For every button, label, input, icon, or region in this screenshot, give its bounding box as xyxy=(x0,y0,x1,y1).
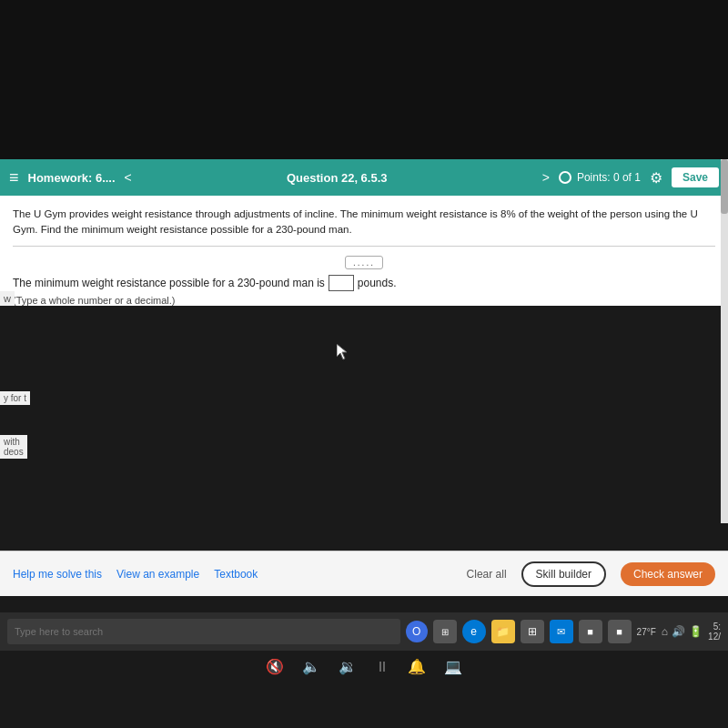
bottom-icon-6: 💻 xyxy=(444,658,462,675)
points-display: Points: 0 of 1 xyxy=(559,171,641,184)
side-label-w: w xyxy=(0,291,15,306)
mail-icon[interactable]: ✉ xyxy=(550,620,573,643)
battery-icon[interactable]: 🔋 xyxy=(689,625,703,638)
scrollbar[interactable] xyxy=(721,159,728,523)
points-text: Points: 0 of 1 xyxy=(577,171,641,184)
bottom-black-area: 🔇 🔈 🔉 ⏸ 🔔 💻 xyxy=(0,651,728,728)
side-label-with: withdeos xyxy=(0,435,27,459)
edge-icon[interactable]: e xyxy=(462,620,486,643)
nav-next-button[interactable]: > xyxy=(542,170,550,185)
header-bar: ≡ Homework: 6.... < Question 22, 6.5.3 >… xyxy=(0,159,728,196)
dots-indicator: ..... xyxy=(345,256,383,269)
textbook-button[interactable]: Textbook xyxy=(214,568,258,581)
skill-builder-button[interactable]: Skill builder xyxy=(521,561,606,587)
question-label: Question 22, 6.5.3 xyxy=(141,171,533,185)
bottom-icon-1: 🔇 xyxy=(266,658,284,675)
app-icon-7[interactable]: ■ xyxy=(608,620,632,643)
points-circle-icon xyxy=(559,171,571,184)
problem-text: The U Gym provides weight resistance thr… xyxy=(13,207,715,247)
view-example-button[interactable]: View an example xyxy=(116,568,199,581)
app-icon-6[interactable]: ■ xyxy=(579,620,602,643)
help-me-solve-button[interactable]: Help me solve this xyxy=(13,568,102,581)
menu-icon[interactable]: ≡ xyxy=(9,168,19,187)
taskbar-search-input[interactable] xyxy=(7,619,400,644)
dots-row: ..... xyxy=(13,256,715,269)
homework-label: Homework: 6.... xyxy=(28,171,116,185)
settings-icon[interactable]: ⚙ xyxy=(650,169,662,187)
answer-suffix-text: pounds. xyxy=(358,277,397,289)
bottom-icons-row: 🔇 🔈 🔉 ⏸ 🔔 💻 xyxy=(266,658,462,675)
nav-prev-button[interactable]: < xyxy=(125,170,132,185)
bottom-icon-2: 🔈 xyxy=(302,658,320,675)
answer-input[interactable] xyxy=(329,275,354,291)
cursor xyxy=(337,344,348,360)
bottom-toolbar: Help me solve this View an example Textb… xyxy=(0,551,728,596)
answer-hint-text: (Type a whole number or a decimal.) xyxy=(13,295,715,306)
task-view-icon[interactable]: ⊞ xyxy=(433,620,457,643)
bottom-icon-4: ⏸ xyxy=(375,659,389,675)
bottom-icon-3: 🔉 xyxy=(339,658,357,675)
systray-area: ⌂ 🔊 🔋 xyxy=(662,625,703,638)
svg-marker-0 xyxy=(337,344,347,359)
answer-row: The minimum weight resistance possible f… xyxy=(13,275,715,291)
network-icon[interactable]: ⌂ xyxy=(662,625,668,638)
main-content-area: The U Gym provides weight resistance thr… xyxy=(0,196,728,306)
cortana-icon[interactable]: O xyxy=(406,621,428,642)
top-black-area xyxy=(0,0,728,159)
side-label-fort: y for t xyxy=(0,391,30,405)
scrollbar-thumb[interactable] xyxy=(721,159,728,214)
taskbar-right-area: 27°F ⌂ 🔊 🔋 5:12/ xyxy=(637,622,721,642)
start-icon[interactable]: ⊞ xyxy=(521,620,544,643)
save-button[interactable]: Save xyxy=(672,167,719,187)
answer-prefix-text: The minimum weight resistance possible f… xyxy=(13,277,325,289)
bottom-icon-5: 🔔 xyxy=(408,658,426,675)
file-explorer-icon[interactable]: 📁 xyxy=(491,620,515,643)
clock-display[interactable]: 5:12/ xyxy=(708,622,721,642)
clear-all-button[interactable]: Clear all xyxy=(467,568,507,581)
check-answer-button[interactable]: Check answer xyxy=(621,562,715,586)
taskbar: O ⊞ e 📁 ⊞ ✉ ■ ■ 27°F ⌂ 🔊 🔋 5:12/ xyxy=(0,612,728,651)
weather-display: 27°F xyxy=(637,627,656,637)
volume-icon[interactable]: 🔊 xyxy=(672,625,685,638)
